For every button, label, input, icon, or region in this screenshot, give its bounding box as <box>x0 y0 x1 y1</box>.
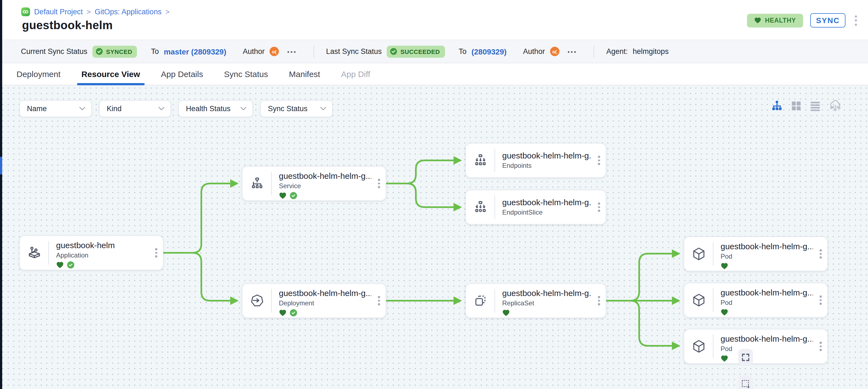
node-title: guestbook-helm-helm-g... <box>279 171 371 180</box>
cluster-view-icon[interactable] <box>829 99 842 112</box>
tab-deployment[interactable]: Deployment <box>17 63 61 85</box>
service-icon <box>243 167 272 200</box>
node-title: guestbook-helm <box>56 240 149 250</box>
page-title: guestbook-helm <box>22 19 113 32</box>
filter-sync-status-dropdown[interactable]: Sync Status <box>260 100 333 117</box>
healthy-heart-icon <box>56 261 64 269</box>
tab-bar: Deployment Resource View App Details Syn… <box>2 63 868 85</box>
sidebar-active-indicator <box>0 157 2 174</box>
health-badge-label: HEALTHY <box>765 17 796 24</box>
node-kebab-menu[interactable] <box>814 283 827 317</box>
filter-name-dropdown[interactable]: Name <box>19 100 92 117</box>
node-kebab-menu[interactable] <box>814 237 827 271</box>
tree-view-icon[interactable] <box>771 100 783 111</box>
resource-graph-canvas[interactable]: Name Kind Health Status Sync Status <box>0 85 868 389</box>
node-endpointslice[interactable]: guestbook-helm-helm-g... EndpointSlice <box>465 190 606 225</box>
divider <box>594 46 594 58</box>
pod-icon <box>684 283 713 317</box>
node-title: guestbook-helm-helm-g... <box>502 150 591 160</box>
tab-app-details[interactable]: App Details <box>161 63 203 85</box>
tab-resource-view[interactable]: Resource View <box>82 63 140 85</box>
filter-kind-dropdown[interactable]: Kind <box>99 100 171 117</box>
node-pod-1[interactable]: guestbook-helm-helm-g... Pod <box>684 237 828 271</box>
current-sync-status-label: Current Sync Status <box>21 47 88 56</box>
node-kind: Service <box>279 182 371 190</box>
agent-label: Agent: <box>607 47 628 56</box>
node-replicaset[interactable]: guestbook-helm-helm-g... ReplicaSet <box>465 283 606 318</box>
node-kebab-menu[interactable] <box>592 284 606 318</box>
node-title: guestbook-helm-helm-g... <box>721 288 813 297</box>
current-revision-link[interactable]: master (2809329) <box>164 47 226 56</box>
chevron-down-icon <box>320 107 326 111</box>
header-kebab-menu[interactable] <box>852 13 859 27</box>
node-kebab-menu[interactable] <box>150 236 163 270</box>
node-pod-2[interactable]: guestbook-helm-helm-g... Pod <box>684 283 828 318</box>
node-kebab-menu[interactable] <box>372 284 385 318</box>
last-author-avatar: o( <box>550 47 559 56</box>
last-sync-status-label: Last Sync Status <box>326 47 382 56</box>
node-deployment[interactable]: guestbook-helm-helm-g... Deployment <box>242 283 386 318</box>
node-title: guestbook-helm-helm-g... <box>279 288 371 298</box>
check-circle-icon <box>96 48 103 55</box>
synced-check-icon <box>290 309 297 317</box>
codefresh-logo-icon <box>21 7 30 17</box>
synced-check-icon <box>67 261 74 269</box>
node-kebab-menu[interactable] <box>372 167 385 200</box>
synced-check-icon <box>290 192 297 199</box>
last-commit-more[interactable]: ••• <box>567 48 577 55</box>
fullscreen-icon <box>741 352 750 362</box>
node-kebab-menu[interactable] <box>592 190 606 224</box>
last-revision-link[interactable]: (2809329) <box>471 47 506 56</box>
node-title: guestbook-helm-helm-g... <box>721 242 813 251</box>
breadcrumb-applications[interactable]: GitOps: Applications <box>95 8 161 16</box>
chevron-down-icon <box>158 107 164 111</box>
select-area-icon <box>741 379 750 388</box>
current-commit-more[interactable]: ••• <box>287 48 297 55</box>
node-kind: Endpoints <box>502 161 591 169</box>
tab-sync-status[interactable]: Sync Status <box>224 63 268 85</box>
node-application[interactable]: guestbook-helm Application <box>19 236 163 270</box>
node-kind: Pod <box>721 252 813 260</box>
grid-view-icon[interactable] <box>791 100 801 111</box>
check-circle-icon <box>390 48 397 55</box>
node-kind: ReplicaSet <box>502 299 591 307</box>
succeeded-badge: SUCCEEDED <box>387 46 445 58</box>
node-kebab-menu[interactable] <box>814 330 827 363</box>
breadcrumb-project[interactable]: Default Project <box>34 8 83 16</box>
healthy-heart-icon <box>279 192 287 199</box>
chevron-down-icon <box>79 107 85 111</box>
tab-manifest[interactable]: Manifest <box>289 63 320 85</box>
healthy-heart-icon <box>721 263 728 270</box>
node-kebab-menu[interactable] <box>592 144 606 177</box>
last-to-label: To <box>459 47 467 56</box>
node-title: guestbook-helm-helm-g... <box>721 334 813 343</box>
fullscreen-button[interactable] <box>738 349 753 365</box>
application-icon <box>20 236 49 270</box>
replicaset-icon <box>466 284 495 318</box>
breadcrumb: Default Project > GitOps: Applications > <box>21 7 170 17</box>
sync-button[interactable]: SYNC <box>810 13 845 28</box>
breadcrumb-separator: > <box>165 8 169 16</box>
endpointslice-icon <box>466 190 495 224</box>
synced-badge: SYNCED <box>92 46 137 58</box>
select-area-button[interactable] <box>738 375 753 389</box>
node-service[interactable]: guestbook-helm-helm-g... Service <box>242 166 386 201</box>
node-kind: Pod <box>721 299 813 306</box>
breadcrumb-separator: > <box>87 8 91 16</box>
node-kind: Pod <box>721 345 813 353</box>
list-view-icon[interactable] <box>810 100 821 111</box>
filter-label: Name <box>27 104 47 113</box>
heart-icon <box>754 17 761 24</box>
chevron-down-icon <box>240 107 246 111</box>
current-author-avatar: o( <box>270 47 279 56</box>
endpoints-icon <box>466 144 495 177</box>
node-title: guestbook-helm-helm-g... <box>502 197 591 207</box>
divider <box>313 46 314 58</box>
node-pod-3[interactable]: guestbook-helm-helm-g... Pod <box>684 329 828 364</box>
collapsed-sidebar[interactable] <box>0 0 2 389</box>
status-bar: Current Sync Status SYNCED To master (28… <box>2 40 868 63</box>
node-endpoints[interactable]: guestbook-helm-helm-g... Endpoints <box>465 143 606 178</box>
pod-icon <box>684 330 713 363</box>
filter-health-status-dropdown[interactable]: Health Status <box>178 100 253 117</box>
pod-icon <box>684 237 713 271</box>
